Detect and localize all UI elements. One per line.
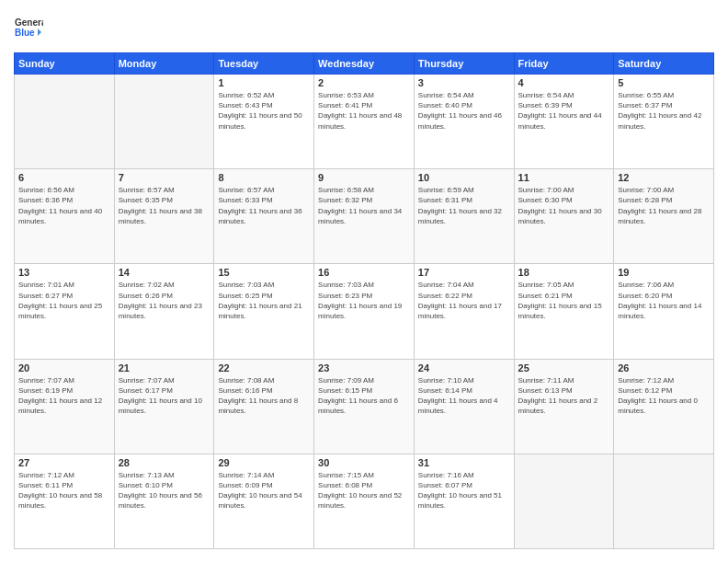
- day-info: Sunrise: 6:56 AM Sunset: 6:36 PM Dayligh…: [18, 185, 110, 226]
- day-info: Sunrise: 7:06 AM Sunset: 6:20 PM Dayligh…: [618, 280, 710, 321]
- calendar-day-header: Saturday: [614, 53, 714, 75]
- day-number: 28: [119, 457, 210, 468]
- day-info: Sunrise: 7:01 AM Sunset: 6:27 PM Dayligh…: [18, 280, 110, 321]
- calendar-day-cell: 27 Sunrise: 7:12 AM Sunset: 6:11 PM Dayl…: [15, 454, 115, 548]
- calendar-day-cell: 4 Sunrise: 6:54 AM Sunset: 6:39 PM Dayli…: [514, 75, 614, 169]
- calendar-day-header: Friday: [514, 53, 614, 75]
- day-number: 24: [418, 362, 510, 373]
- day-info: Sunrise: 7:13 AM Sunset: 6:10 PM Dayligh…: [119, 470, 210, 511]
- calendar-day-cell: 22 Sunrise: 7:08 AM Sunset: 6:16 PM Dayl…: [214, 359, 314, 454]
- day-info: Sunrise: 6:53 AM Sunset: 6:41 PM Dayligh…: [318, 90, 410, 132]
- day-number: 21: [119, 362, 210, 373]
- day-number: 18: [518, 267, 610, 278]
- calendar-day-cell: 9 Sunrise: 6:58 AM Sunset: 6:32 PM Dayli…: [314, 169, 415, 264]
- day-number: 3: [418, 77, 510, 88]
- calendar-week-row: 20 Sunrise: 7:07 AM Sunset: 6:19 PM Dayl…: [15, 359, 714, 454]
- day-number: 23: [318, 362, 410, 373]
- calendar-day-cell: 14 Sunrise: 7:02 AM Sunset: 6:26 PM Dayl…: [114, 264, 214, 359]
- day-info: Sunrise: 7:12 AM Sunset: 6:11 PM Dayligh…: [18, 470, 110, 511]
- calendar-day-header: Thursday: [414, 53, 514, 75]
- day-info: Sunrise: 7:14 AM Sunset: 6:09 PM Dayligh…: [218, 470, 310, 511]
- day-info: Sunrise: 7:03 AM Sunset: 6:23 PM Dayligh…: [318, 280, 410, 321]
- day-info: Sunrise: 6:57 AM Sunset: 6:35 PM Dayligh…: [119, 185, 210, 226]
- calendar-day-cell: 17 Sunrise: 7:04 AM Sunset: 6:22 PM Dayl…: [414, 264, 514, 359]
- day-number: 25: [518, 362, 610, 373]
- day-number: 8: [218, 172, 310, 183]
- day-number: 14: [119, 267, 210, 278]
- day-info: Sunrise: 7:16 AM Sunset: 6:07 PM Dayligh…: [418, 470, 510, 511]
- day-number: 5: [618, 77, 710, 88]
- calendar-day-cell: 29 Sunrise: 7:14 AM Sunset: 6:09 PM Dayl…: [214, 454, 314, 548]
- day-info: Sunrise: 6:54 AM Sunset: 6:40 PM Dayligh…: [418, 90, 510, 132]
- day-info: Sunrise: 7:09 AM Sunset: 6:15 PM Dayligh…: [318, 375, 410, 417]
- calendar-week-row: 13 Sunrise: 7:01 AM Sunset: 6:27 PM Dayl…: [15, 264, 714, 359]
- day-number: 12: [618, 172, 710, 183]
- day-info: Sunrise: 7:08 AM Sunset: 6:16 PM Dayligh…: [218, 375, 310, 417]
- day-number: 30: [318, 457, 410, 468]
- day-info: Sunrise: 6:55 AM Sunset: 6:37 PM Dayligh…: [618, 90, 710, 132]
- day-info: Sunrise: 7:15 AM Sunset: 6:08 PM Dayligh…: [318, 470, 410, 511]
- calendar-day-cell: 19 Sunrise: 7:06 AM Sunset: 6:20 PM Dayl…: [614, 264, 714, 359]
- calendar-day-header: Wednesday: [314, 53, 415, 75]
- day-number: 13: [18, 267, 110, 278]
- day-number: 22: [218, 362, 310, 373]
- svg-text:General: General: [15, 17, 43, 28]
- calendar-day-cell: 28 Sunrise: 7:13 AM Sunset: 6:10 PM Dayl…: [114, 454, 214, 548]
- day-number: 17: [418, 267, 510, 278]
- day-info: Sunrise: 7:07 AM Sunset: 6:17 PM Dayligh…: [119, 375, 210, 417]
- calendar-day-cell: 3 Sunrise: 6:54 AM Sunset: 6:40 PM Dayli…: [414, 75, 514, 169]
- calendar-day-cell: [514, 454, 614, 548]
- calendar-table: SundayMondayTuesdayWednesdayThursdayFrid…: [14, 52, 714, 549]
- header: General Blue: [14, 14, 714, 43]
- calendar-day-cell: 2 Sunrise: 6:53 AM Sunset: 6:41 PM Dayli…: [314, 75, 415, 169]
- day-info: Sunrise: 7:04 AM Sunset: 6:22 PM Dayligh…: [418, 280, 510, 321]
- day-info: Sunrise: 7:00 AM Sunset: 6:28 PM Dayligh…: [618, 185, 710, 226]
- calendar-day-cell: 18 Sunrise: 7:05 AM Sunset: 6:21 PM Dayl…: [514, 264, 614, 359]
- calendar-day-cell: 13 Sunrise: 7:01 AM Sunset: 6:27 PM Dayl…: [15, 264, 115, 359]
- day-number: 2: [318, 77, 410, 88]
- day-info: Sunrise: 7:11 AM Sunset: 6:13 PM Dayligh…: [518, 375, 610, 417]
- calendar-day-cell: [15, 75, 115, 169]
- day-number: 11: [518, 172, 610, 183]
- day-info: Sunrise: 7:03 AM Sunset: 6:25 PM Dayligh…: [218, 280, 310, 321]
- day-number: 15: [218, 267, 310, 278]
- calendar-day-header: Tuesday: [214, 53, 314, 75]
- day-number: 27: [18, 457, 110, 468]
- calendar-day-cell: 23 Sunrise: 7:09 AM Sunset: 6:15 PM Dayl…: [314, 359, 415, 454]
- calendar-day-cell: 7 Sunrise: 6:57 AM Sunset: 6:35 PM Dayli…: [114, 169, 214, 264]
- day-info: Sunrise: 6:54 AM Sunset: 6:39 PM Dayligh…: [518, 90, 610, 132]
- day-number: 26: [618, 362, 710, 373]
- calendar-day-cell: [614, 454, 714, 548]
- calendar-day-cell: 11 Sunrise: 7:00 AM Sunset: 6:30 PM Dayl…: [514, 169, 614, 264]
- calendar-header-row: SundayMondayTuesdayWednesdayThursdayFrid…: [15, 53, 714, 75]
- day-number: 20: [18, 362, 110, 373]
- day-number: 7: [119, 172, 210, 183]
- calendar-day-cell: 20 Sunrise: 7:07 AM Sunset: 6:19 PM Dayl…: [15, 359, 115, 454]
- calendar-week-row: 1 Sunrise: 6:52 AM Sunset: 6:43 PM Dayli…: [15, 75, 714, 169]
- page: General Blue SundayMondayTuesdayWednesda…: [0, 0, 728, 563]
- calendar-day-cell: 5 Sunrise: 6:55 AM Sunset: 6:37 PM Dayli…: [614, 75, 714, 169]
- calendar-week-row: 27 Sunrise: 7:12 AM Sunset: 6:11 PM Dayl…: [15, 454, 714, 548]
- day-number: 29: [218, 457, 310, 468]
- calendar-day-cell: 15 Sunrise: 7:03 AM Sunset: 6:25 PM Dayl…: [214, 264, 314, 359]
- calendar-day-cell: 16 Sunrise: 7:03 AM Sunset: 6:23 PM Dayl…: [314, 264, 415, 359]
- day-info: Sunrise: 6:52 AM Sunset: 6:43 PM Dayligh…: [218, 90, 310, 132]
- logo: General Blue: [14, 14, 43, 43]
- calendar-day-cell: [114, 75, 214, 169]
- day-info: Sunrise: 6:57 AM Sunset: 6:33 PM Dayligh…: [218, 185, 310, 226]
- day-number: 10: [418, 172, 510, 183]
- day-number: 1: [218, 77, 310, 88]
- calendar-day-cell: 1 Sunrise: 6:52 AM Sunset: 6:43 PM Dayli…: [214, 75, 314, 169]
- day-info: Sunrise: 6:58 AM Sunset: 6:32 PM Dayligh…: [318, 185, 410, 226]
- calendar-day-cell: 8 Sunrise: 6:57 AM Sunset: 6:33 PM Dayli…: [214, 169, 314, 264]
- day-info: Sunrise: 7:12 AM Sunset: 6:12 PM Dayligh…: [618, 375, 710, 417]
- logo-svg: General Blue: [14, 14, 43, 43]
- calendar-day-cell: 26 Sunrise: 7:12 AM Sunset: 6:12 PM Dayl…: [614, 359, 714, 454]
- calendar-day-cell: 6 Sunrise: 6:56 AM Sunset: 6:36 PM Dayli…: [15, 169, 115, 264]
- day-number: 19: [618, 267, 710, 278]
- day-number: 16: [318, 267, 410, 278]
- calendar-day-cell: 31 Sunrise: 7:16 AM Sunset: 6:07 PM Dayl…: [414, 454, 514, 548]
- calendar-day-cell: 25 Sunrise: 7:11 AM Sunset: 6:13 PM Dayl…: [514, 359, 614, 454]
- day-info: Sunrise: 7:02 AM Sunset: 6:26 PM Dayligh…: [119, 280, 210, 321]
- calendar-day-cell: 10 Sunrise: 6:59 AM Sunset: 6:31 PM Dayl…: [414, 169, 514, 264]
